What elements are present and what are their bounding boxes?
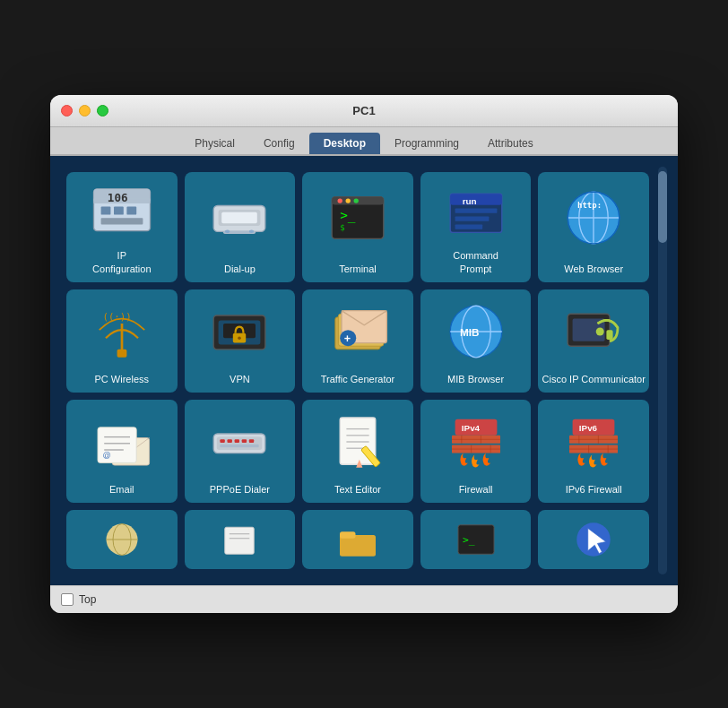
- window: PC1 Physical Config Desktop Programming …: [50, 95, 678, 613]
- ip-configuration-label: IPConfiguration: [92, 249, 151, 275]
- svg-rect-64: [235, 439, 239, 443]
- email-app[interactable]: @ Email: [66, 400, 178, 503]
- svg-point-16: [337, 199, 342, 203]
- traffic-generator-label: Traffic Generator: [321, 373, 395, 385]
- svg-rect-10: [222, 212, 258, 224]
- tab-bar: Physical Config Desktop Programming Attr…: [50, 127, 678, 156]
- svg-rect-98: [225, 527, 255, 554]
- svg-text:IPv6: IPv6: [579, 423, 598, 433]
- svg-rect-102: [340, 531, 356, 539]
- minimize-button[interactable]: [79, 105, 91, 117]
- vpn-label: VPN: [230, 373, 250, 385]
- bottom-bar: Top: [50, 585, 678, 613]
- svg-point-18: [353, 199, 358, 203]
- web-browser-label: Web Browser: [564, 263, 623, 275]
- tab-physical[interactable]: Physical: [180, 133, 249, 154]
- svg-point-53: [596, 328, 604, 336]
- svg-point-13: [249, 230, 254, 234]
- svg-rect-66: [249, 439, 254, 443]
- tab-config[interactable]: Config: [249, 133, 309, 154]
- svg-rect-65: [242, 439, 247, 443]
- pppoe-dialer-label: PPPoE Dialer: [210, 483, 270, 496]
- traffic-generator-app[interactable]: + Traffic Generator: [302, 289, 413, 393]
- svg-point-40: [238, 337, 242, 341]
- svg-point-12: [225, 230, 230, 234]
- cisco-ip-comm-app[interactable]: Cisco IP Communicator: [538, 289, 649, 393]
- mib-browser-label: MIB Browser: [447, 373, 504, 385]
- svg-text:((·)): ((·)): [102, 312, 131, 324]
- misc-app-4[interactable]: >_: [420, 510, 532, 569]
- svg-text:106: 106: [108, 191, 128, 204]
- dial-up-app[interactable]: Dial-up: [185, 172, 296, 282]
- svg-rect-52: [607, 330, 613, 340]
- svg-text:>_: >_: [463, 534, 475, 546]
- svg-rect-25: [455, 217, 489, 221]
- svg-rect-7: [100, 218, 143, 224]
- top-label: Top: [79, 593, 96, 606]
- svg-rect-62: [221, 439, 225, 443]
- svg-rect-34: [117, 350, 126, 358]
- misc-app-1[interactable]: [66, 510, 178, 569]
- svg-text:run: run: [462, 196, 476, 206]
- web-browser-app[interactable]: http: Web Browser: [538, 172, 649, 282]
- pc-wireless-label: PC Wireless: [95, 373, 150, 385]
- window-title: PC1: [352, 104, 375, 117]
- top-checkbox[interactable]: [61, 593, 74, 606]
- scrollbar[interactable]: [656, 165, 669, 576]
- close-button[interactable]: [61, 105, 73, 117]
- svg-rect-61: [217, 437, 262, 450]
- firewall-label: Firewall: [459, 483, 493, 496]
- svg-rect-24: [455, 209, 497, 213]
- dial-up-label: Dial-up: [224, 263, 256, 275]
- text-editor-app[interactable]: Text Editor: [302, 400, 413, 503]
- svg-text:@: @: [102, 451, 110, 460]
- svg-point-17: [345, 199, 350, 203]
- svg-rect-4: [100, 207, 110, 215]
- email-label: Email: [109, 483, 134, 496]
- command-prompt-app[interactable]: run CommandPrompt: [420, 172, 532, 282]
- svg-text:IPv4: IPv4: [461, 423, 480, 433]
- svg-rect-67: [221, 445, 259, 448]
- svg-text:MIB: MIB: [460, 326, 479, 338]
- svg-rect-5: [114, 207, 124, 215]
- maximize-button[interactable]: [97, 105, 108, 117]
- traffic-lights: [61, 105, 108, 117]
- tab-programming[interactable]: Programming: [380, 133, 473, 154]
- svg-text:http:: http:: [577, 202, 602, 211]
- pppoe-dialer-app[interactable]: PPPoE Dialer: [185, 400, 296, 503]
- tab-desktop[interactable]: Desktop: [309, 133, 380, 154]
- svg-text:>_: >_: [340, 208, 356, 223]
- ipv6-firewall-label: IPv6 Firewall: [566, 483, 622, 496]
- terminal-app[interactable]: >_ $ Terminal: [302, 172, 413, 282]
- svg-rect-63: [228, 439, 232, 443]
- content-area: 106 IPConfiguration: [50, 156, 678, 585]
- svg-rect-6: [126, 207, 136, 215]
- vpn-app[interactable]: VPN: [185, 289, 296, 393]
- scroll-track: [658, 167, 667, 574]
- ipv6-firewall-app[interactable]: IPv6: [538, 400, 649, 503]
- command-prompt-label: CommandPrompt: [453, 249, 498, 275]
- firewall-app[interactable]: IPv4: [420, 400, 532, 503]
- scroll-thumb[interactable]: [658, 171, 667, 243]
- pc-wireless-app[interactable]: ((·)) PC Wireless: [66, 289, 178, 393]
- svg-rect-26: [455, 225, 482, 229]
- text-editor-label: Text Editor: [334, 483, 381, 496]
- tab-attributes[interactable]: Attributes: [473, 133, 548, 154]
- mib-browser-app[interactable]: MIB MIB Browser: [420, 289, 532, 393]
- misc-app-3[interactable]: [302, 510, 413, 569]
- svg-text:+: +: [344, 332, 351, 345]
- app-grid: 106 IPConfiguration: [59, 165, 656, 576]
- svg-text:$: $: [340, 223, 344, 232]
- title-bar: PC1: [50, 95, 678, 127]
- cisco-ip-comm-label: Cisco IP Communicator: [542, 373, 646, 385]
- misc-app-2[interactable]: [185, 510, 296, 569]
- terminal-label: Terminal: [339, 263, 377, 275]
- ip-configuration-app[interactable]: 106 IPConfiguration: [66, 172, 178, 282]
- misc-app-5[interactable]: [538, 510, 649, 569]
